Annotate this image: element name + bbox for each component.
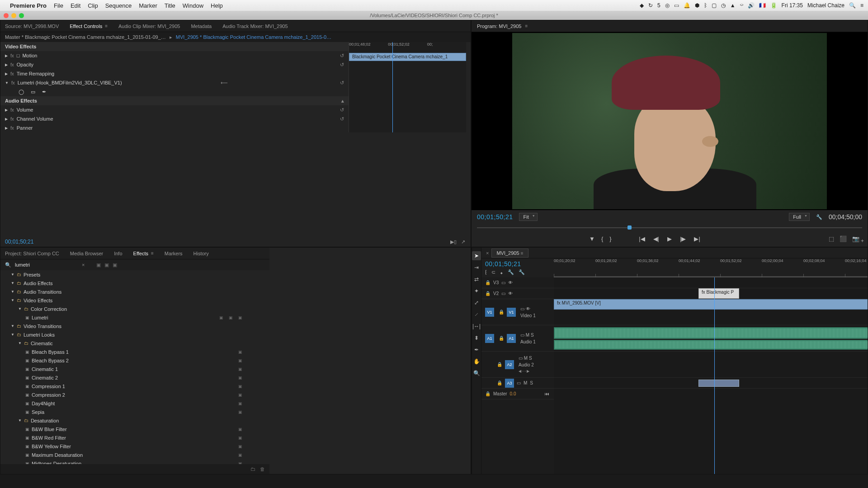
program-timecode[interactable]: 00;01;50;21 [477, 213, 513, 221]
timeline-timecode[interactable]: 00;01;50;21 [485, 260, 550, 267]
selection-tool[interactable]: ➤ [472, 251, 481, 260]
tray-cc-icon[interactable]: ◎ [665, 2, 670, 9]
sequence-clip-name[interactable]: MVI_2905 * Blackmagic Pocket Cinema Came… [176, 34, 331, 40]
disclosure-triangle-icon[interactable]: ▼ [18, 418, 22, 422]
tray-clock[interactable]: Fri 17:35 [782, 2, 803, 9]
clear-search-icon[interactable]: × [82, 262, 85, 267]
track-header-v2[interactable]: 🔒V2▭👁 [481, 288, 554, 299]
mark-in-button[interactable]: { [601, 235, 603, 242]
hand-tool[interactable]: ✋ [472, 357, 481, 366]
timeline-track-content[interactable]: fx Blackmagic P fx MVI_2905.MOV [V] [554, 277, 868, 474]
effect-controls-mini-timeline[interactable]: 00;01;48;02 00;01;52;02 00; Blackmagic P… [349, 42, 466, 132]
lift-button[interactable]: ⬚ [829, 235, 834, 242]
tray-sync-icon[interactable]: ↻ [648, 2, 653, 9]
slip-tool[interactable]: |↔| [472, 322, 481, 331]
fx-motion[interactable]: ▶fx□Motion↺ [0, 51, 349, 60]
add-marker-button[interactable]: ▼ [589, 235, 595, 242]
disclosure-triangle-icon[interactable]: ▼ [18, 307, 22, 311]
tree-effect-item[interactable]: ▣Bleach Bypass 1▣ [0, 347, 269, 356]
wrench-icon[interactable]: 🔧 [519, 269, 525, 275]
rolling-edit-tool[interactable]: ✦ [472, 286, 481, 296]
reset-icon[interactable]: ↺ [340, 62, 344, 68]
tree-effect-item[interactable]: ▣Sepia▣ [0, 408, 269, 416]
pin-icon[interactable]: ⟵ [221, 80, 228, 86]
tree-folder[interactable]: ▼🗀Color Correction [0, 305, 269, 313]
pen-tool[interactable]: ✒ [472, 345, 481, 354]
step-back-button[interactable]: ◀| [653, 235, 659, 242]
step-forward-button[interactable]: |▶ [680, 235, 686, 242]
new-bin-icon[interactable]: 🗀 [250, 466, 255, 472]
tray-dropbox-icon[interactable]: ⬢ [695, 2, 699, 9]
menu-file[interactable]: File [54, 2, 63, 9]
tab-effects[interactable]: Effects≡ [133, 251, 154, 256]
scrub-handle[interactable] [627, 225, 632, 230]
slide-tool[interactable]: ⬍ [472, 333, 481, 343]
track-header-a1[interactable]: A1 🔒 A1 ▭ M S Audio 1 [481, 325, 554, 352]
fx-channel-volume[interactable]: ▶fxChannel Volume↺ [0, 114, 349, 123]
src-patch-a1[interactable]: A1 [485, 334, 494, 343]
snap-icon[interactable]: ⁅ [485, 269, 487, 275]
zoom-tool[interactable]: 🔍 [472, 369, 481, 378]
effect-controls-timecode[interactable]: 00;01;50;21 [5, 237, 33, 247]
button-editor-icon[interactable]: ＋ [860, 237, 865, 244]
tray-volume-icon[interactable]: 🔊 [748, 2, 755, 9]
razor-tool[interactable]: ⟋ [472, 310, 481, 319]
track-header-a3[interactable]: 🔒A3▭MS [481, 378, 554, 389]
tree-effect-item[interactable]: ▣Bleach Bypass 2▣ [0, 356, 269, 365]
panel-menu-icon[interactable]: ≡ [525, 23, 528, 28]
tray-battery-icon[interactable]: 🔋 [770, 2, 777, 9]
rect-mask-icon[interactable]: ▭ [31, 89, 35, 95]
go-to-in-button[interactable]: |◀ [639, 235, 645, 242]
settings-icon[interactable]: 🔧 [816, 214, 822, 220]
disclosure-triangle-icon[interactable]: ▼ [18, 341, 22, 345]
program-canvas[interactable] [472, 32, 868, 210]
reset-icon[interactable]: ↺ [340, 80, 344, 86]
tree-folder[interactable]: ▼🗀Cinematic [0, 339, 269, 347]
play-button[interactable]: ▶ [667, 235, 672, 242]
tree-folder[interactable]: ▼🗀Presets [0, 270, 269, 279]
tab-metadata[interactable]: Metadata [191, 23, 212, 29]
fx-time-remapping[interactable]: ▶fxTime Remapping [0, 69, 349, 78]
spotlight-icon[interactable]: 🔍 [849, 2, 856, 9]
track-header-v3[interactable]: 🔒V3▭👁 [481, 277, 554, 288]
fx-opacity[interactable]: ▶fxOpacity↺ [0, 60, 349, 69]
effects-tree[interactable]: ▼🗀Presets▼🗀Audio Effects▼🗀Audio Transiti… [0, 270, 269, 464]
toggle-icon[interactable]: ↗ [461, 239, 465, 245]
ripple-edit-tool[interactable]: ⇄ [472, 275, 481, 284]
app-name[interactable]: Premiere Pro [10, 2, 47, 9]
tray-badge[interactable]: 5 [657, 2, 660, 9]
linked-selection-icon[interactable]: ⊂ [491, 269, 495, 275]
tab-audio-track-mixer[interactable]: Audio Track Mixer: MVI_2905 [222, 23, 288, 29]
track-header-a2[interactable]: 🔒 A2 ▭ M S Audio 2 ◀ ◦ ◦ ▶ [481, 352, 554, 378]
clip-a3[interactable] [698, 380, 739, 387]
mini-playhead[interactable] [392, 42, 393, 132]
trk-patch-a1[interactable]: A1 [507, 334, 516, 343]
trk-patch-a2[interactable]: A2 [505, 360, 514, 369]
resolution-dropdown[interactable]: Full [789, 213, 810, 221]
menu-clip[interactable]: Clip [88, 2, 98, 9]
tray-bell-icon[interactable]: 🔔 [684, 2, 690, 9]
mini-clip-bar[interactable]: Blackmagic Pocket Cinema Camera mchaize_… [349, 53, 466, 61]
disclosure-triangle-icon[interactable]: ▼ [11, 324, 14, 328]
program-scrubber[interactable] [477, 224, 862, 232]
tree-effect-item[interactable]: ▣Compression 2▣ [0, 390, 269, 399]
tray-wifi-icon[interactable]: ⌔ [740, 2, 743, 9]
fx-lumetri[interactable]: ▼fxLumetri (Hook_BMDFilm2Vid_3DLC_VIBE_V… [0, 78, 349, 87]
tree-folder[interactable]: ▼🗀Video Effects [0, 296, 269, 305]
delete-icon[interactable]: 🗑 [260, 466, 265, 472]
fx-lumetri-masks[interactable]: ◯ ▭ ✒ [0, 87, 349, 96]
menu-marker[interactable]: Marker [139, 2, 157, 9]
fx-panner[interactable]: ▶fxPanner [0, 123, 349, 132]
disclosure-triangle-icon[interactable]: ▼ [11, 333, 14, 337]
collapse-icon[interactable]: ▴ [341, 98, 344, 104]
reset-icon[interactable]: ↺ [340, 53, 344, 59]
tray-evernote-icon[interactable]: ◆ [640, 2, 644, 9]
accel-badge-icon[interactable]: ▣ [96, 262, 101, 268]
menu-sequence[interactable]: Sequence [105, 2, 132, 9]
timeline-playhead[interactable] [714, 277, 715, 474]
timeline-settings-icon[interactable]: 🔧 [508, 269, 514, 275]
reset-icon[interactable]: ↺ [340, 116, 344, 122]
yuv-badge-icon[interactable]: ▣ [113, 262, 117, 268]
disclosure-triangle-icon[interactable]: ▼ [11, 298, 14, 302]
tab-project[interactable]: Project: Shiori Comp CC [5, 251, 59, 256]
